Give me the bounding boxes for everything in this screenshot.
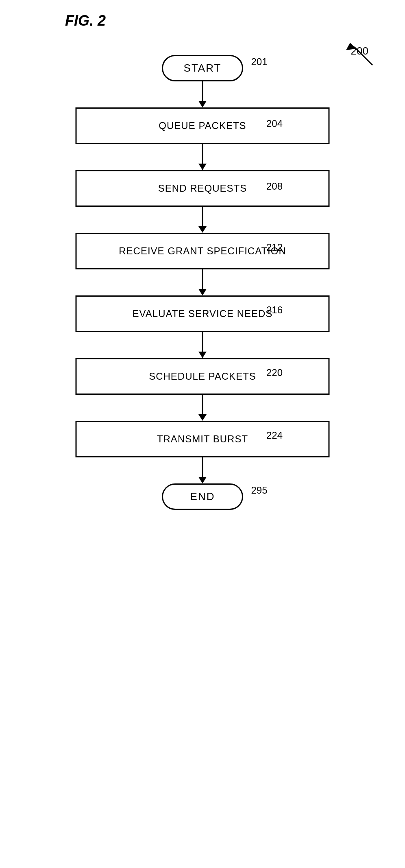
diagram-container: FIG. 2 200 START 201 QUEUE PACKETS 204 S… xyxy=(0,0,405,868)
arrow-send-receive xyxy=(198,226,207,233)
arrow-queue-send xyxy=(198,164,207,170)
transmit-burst-box: TRANSMIT BURST xyxy=(76,421,330,457)
schedule-packets-box: SCHEDULE PACKETS xyxy=(76,358,330,395)
send-requests-label: SEND REQUESTS xyxy=(158,183,247,194)
end-label: END xyxy=(190,490,215,503)
queue-packets-label: QUEUE PACKETS xyxy=(159,120,246,131)
end-node: END xyxy=(162,483,243,510)
receive-grant-box: RECEIVE GRANT SPECIFICATION xyxy=(76,233,330,269)
ref-204: 204 xyxy=(266,118,283,129)
connector-transmit-end xyxy=(202,457,203,480)
ref-216: 216 xyxy=(266,304,283,316)
ref-220: 220 xyxy=(266,367,283,378)
connector-receive-evaluate xyxy=(202,269,203,292)
queue-packets-box: QUEUE PACKETS xyxy=(76,107,330,144)
connector-evaluate-schedule xyxy=(202,332,203,354)
ref-224: 224 xyxy=(266,430,283,441)
figure-title: FIG. 2 xyxy=(65,12,106,29)
send-requests-box: SEND REQUESTS xyxy=(76,170,330,207)
arrow-transmit-end xyxy=(198,477,207,483)
ref-295: 295 xyxy=(251,485,268,496)
arrow-evaluate-schedule xyxy=(198,352,207,358)
arrow-schedule-transmit xyxy=(198,414,207,421)
arrow-receive-evaluate xyxy=(198,289,207,295)
transmit-burst-label: TRANSMIT BURST xyxy=(157,433,248,445)
start-label: START xyxy=(184,62,222,74)
evaluate-service-box: EVALUATE SERVICE NEEDS xyxy=(76,295,330,332)
start-node: START xyxy=(162,55,243,81)
ref-200-label: 200 xyxy=(351,45,368,57)
connector-start-queue xyxy=(202,81,203,104)
connector-send-receive xyxy=(202,207,203,229)
receive-grant-label: RECEIVE GRANT SPECIFICATION xyxy=(119,245,286,257)
evaluate-service-label: EVALUATE SERVICE NEEDS xyxy=(133,308,273,319)
schedule-packets-label: SCHEDULE PACKETS xyxy=(149,371,256,382)
ref-201: 201 xyxy=(251,56,268,68)
arrow-start-queue xyxy=(198,101,207,107)
ref-208: 208 xyxy=(266,181,283,192)
ref-212: 212 xyxy=(266,242,283,253)
connector-schedule-transmit xyxy=(202,395,203,417)
connector-queue-send xyxy=(202,144,203,166)
